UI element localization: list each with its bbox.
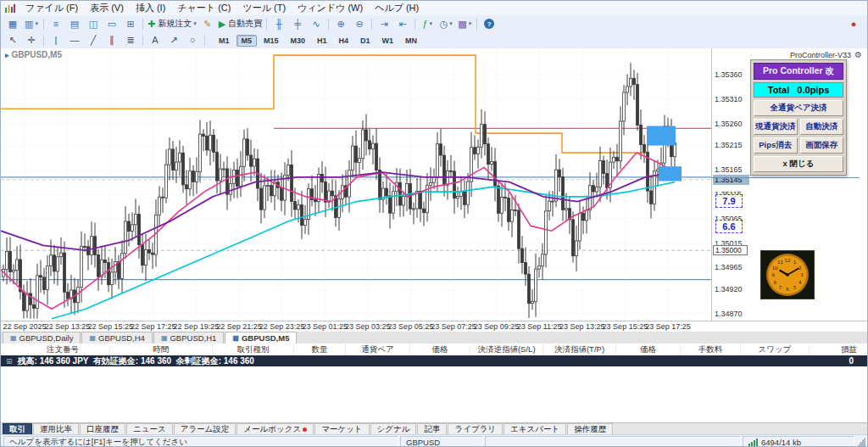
- expand-icon[interactable]: ⊞: [6, 357, 13, 366]
- auto-close-button[interactable]: 自動決済: [800, 119, 844, 135]
- live-update-button[interactable]: ●: [845, 16, 862, 31]
- templates-button[interactable]: ▩▾: [456, 16, 473, 31]
- terminal-tab-10[interactable]: エキスパート: [504, 423, 566, 435]
- close-all-pairs-button[interactable]: 全通貨ペア決済: [754, 100, 843, 116]
- horizontal-line-button[interactable]: —: [66, 33, 83, 48]
- metaeditor-button[interactable]: ✎: [199, 16, 216, 31]
- close-current-pair-button[interactable]: 現通貨決済: [754, 119, 798, 135]
- bar-chart-button[interactable]: ╫: [270, 16, 287, 31]
- chart-tab-0[interactable]: ▦GBPUSD,Daily: [3, 332, 81, 344]
- arrows-button[interactable]: ↗: [165, 33, 182, 48]
- terminal-tab-9[interactable]: ライブラリ: [448, 423, 503, 435]
- drawing-tools: ↖✛|—╱∥≣A↗○: [3, 33, 208, 48]
- chart-tab-label: GBPUSD,H4: [98, 333, 145, 343]
- strategy-tester-button[interactable]: ⊞: [122, 16, 139, 31]
- price-axis[interactable]: 1.353601.353101.352601.352151.351651.351…: [711, 48, 751, 321]
- chart-tab-3[interactable]: ▦GBPUSD,M5: [225, 332, 297, 344]
- chart-tab-2[interactable]: ▦GBPUSD,H1: [153, 332, 224, 344]
- cursor-button[interactable]: ↖: [4, 33, 21, 48]
- channel-icon: ∥: [109, 36, 114, 45]
- toolbar-separator: [142, 19, 143, 30]
- menu-item-1[interactable]: 表示 (V): [84, 2, 130, 14]
- chart-shift-button[interactable]: ⇤: [394, 16, 411, 31]
- terminal-tab-6[interactable]: マーケット: [314, 423, 369, 435]
- chart-tab-1[interactable]: ▦GBPUSD,H4: [81, 332, 152, 344]
- timeframe-m5-button[interactable]: M5: [236, 35, 258, 47]
- terminal-tab-11[interactable]: 操作履歴: [567, 423, 613, 435]
- menu-item-3[interactable]: チャート (C): [171, 2, 236, 14]
- candlestick-chart[interactable]: [1, 48, 711, 321]
- profiles-button[interactable]: ▥▾: [23, 16, 40, 31]
- menu-item-5[interactable]: ウィンドウ (W): [292, 2, 369, 14]
- timeframe-mn-button[interactable]: MN: [400, 35, 422, 47]
- indicators-button[interactable]: ƒ▾: [419, 16, 436, 31]
- terminal-tab-3[interactable]: ニュース: [126, 423, 173, 435]
- periods-button[interactable]: ◷▾: [437, 16, 454, 31]
- chart-icon: ▦: [89, 334, 96, 342]
- terminal-tab-0[interactable]: 取引: [3, 423, 32, 435]
- new-order-button[interactable]: ✚新規注文▾: [147, 16, 198, 31]
- terminal-tab-8[interactable]: 記事: [417, 423, 447, 435]
- terminal-tab-7[interactable]: シグナル: [370, 423, 417, 435]
- gear-icon[interactable]: ⚙: [854, 50, 862, 59]
- new-chart-button[interactable]: ▦: [4, 16, 21, 31]
- auto-trading-button[interactable]: ▶自動売買: [218, 16, 263, 31]
- candlestick-button[interactable]: ╪: [289, 16, 306, 31]
- terminal-tab-label: 取引: [9, 424, 25, 435]
- timeframe-m30-button[interactable]: M30: [286, 35, 311, 47]
- terminal-button[interactable]: ▭: [103, 16, 120, 31]
- timeframe-w1-button[interactable]: W1: [377, 35, 399, 47]
- trendline-button[interactable]: ╱: [85, 33, 102, 48]
- help-icon: ?: [484, 19, 494, 29]
- timeframe-m1-button[interactable]: M1: [214, 35, 235, 47]
- channel-button[interactable]: ∥: [103, 33, 120, 48]
- terminal-column-7: 決済指値(T/P): [543, 344, 616, 355]
- menu-item-2[interactable]: 挿入 (I): [130, 2, 171, 14]
- procontroller-header[interactable]: Pro Controller 改: [754, 63, 843, 80]
- pips-badge-2[interactable]: 6.6: [715, 220, 743, 233]
- vertical-line-button[interactable]: |: [47, 33, 64, 48]
- pips-badge-1[interactable]: 7.9: [715, 194, 743, 208]
- menu-item-6[interactable]: ヘルプ (H): [369, 2, 425, 14]
- terminal-tab-5[interactable]: メールボックス: [236, 423, 314, 435]
- price-label: 1.34920: [715, 285, 743, 293]
- help-button[interactable]: ?: [481, 16, 498, 31]
- procontroller-titlebar: ProController-V33 ⚙: [750, 50, 862, 59]
- one-click-trading-icon[interactable]: ▸: [5, 51, 9, 59]
- shapes-button[interactable]: ○: [184, 33, 201, 48]
- current-price-label: 1.35145: [713, 175, 749, 185]
- chart-tab-label: GBPUSD,Daily: [19, 333, 74, 343]
- menu-item-4[interactable]: ツール (T): [236, 2, 292, 14]
- market-watch-button[interactable]: ≡: [47, 16, 64, 31]
- zoom-out-button[interactable]: ⊖: [351, 16, 368, 31]
- chart-area[interactable]: 1.353601.353101.352601.352151.351651.351…: [1, 48, 867, 332]
- time-axis[interactable]: 22 Sep 202522 Sep 13:2522 Sep 15:2522 Se…: [1, 321, 867, 332]
- zoom-in-button[interactable]: ⊕: [332, 16, 349, 31]
- terminal-tab-1[interactable]: 運用比率: [33, 423, 79, 435]
- menu-item-0[interactable]: ファイル (F): [19, 2, 84, 14]
- fibonacci-button[interactable]: ≣: [122, 33, 139, 48]
- app-icon: [4, 3, 16, 14]
- chart-plot[interactable]: [1, 48, 711, 321]
- timeframe-d1-button[interactable]: D1: [355, 35, 376, 47]
- timeframe-h4-button[interactable]: H4: [334, 35, 354, 47]
- timeframe-m15-button[interactable]: M15: [259, 35, 284, 47]
- crosshair-button[interactable]: ✛: [23, 33, 40, 48]
- terminal-tab-4[interactable]: アラーム設定: [174, 423, 236, 435]
- timeframe-h1-button[interactable]: H1: [312, 35, 332, 47]
- data-window-button[interactable]: ▤: [66, 16, 83, 31]
- line-chart-button[interactable]: ∿: [308, 16, 325, 31]
- price-label: 1.35260: [715, 120, 743, 128]
- resize-grip[interactable]: [857, 438, 865, 446]
- text-label-button[interactable]: A: [147, 33, 164, 48]
- pips-clear-button[interactable]: Pips消去: [754, 137, 798, 154]
- auto-scroll-button[interactable]: ⇥: [376, 16, 392, 31]
- terminal-tab-2[interactable]: 口座履歴: [80, 423, 125, 435]
- screen-save-button[interactable]: 画面保存: [800, 137, 844, 154]
- terminal-tab-label: 記事: [424, 424, 440, 435]
- menu-items: ファイル (F)表示 (V)挿入 (I)チャート (C)ツール (T)ウィンドウ…: [19, 2, 425, 14]
- svg-text:11: 11: [777, 260, 783, 265]
- terminal-column-1: 時間: [110, 344, 213, 355]
- panel-close-button[interactable]: x 閉じる: [754, 156, 843, 172]
- navigator-button[interactable]: ◫: [85, 16, 102, 31]
